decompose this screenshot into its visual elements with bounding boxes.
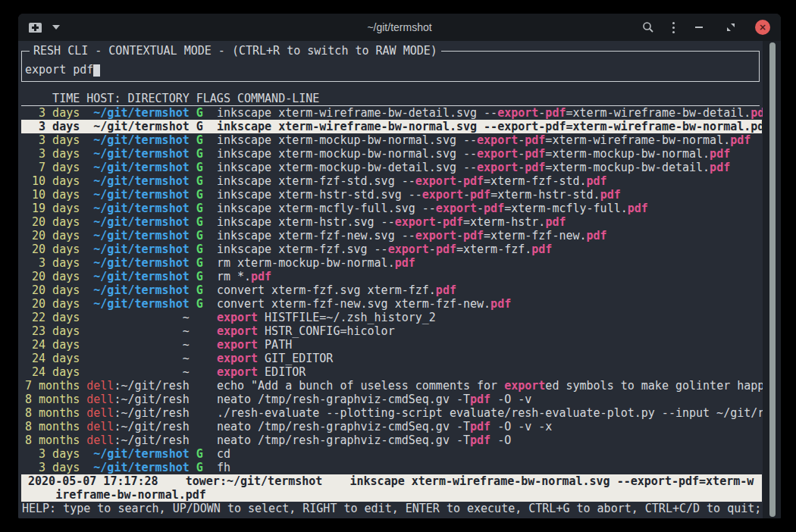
- history-rows: 3 days ~/git/termshot G inkscape xterm-w…: [21, 106, 763, 474]
- row-host: ~/git/termshot: [93, 133, 189, 147]
- row-command: -O: [490, 433, 511, 447]
- resh-search-box[interactable]: RESH CLI - CONTEXTUAL MODE - (CTRL+R to …: [21, 51, 760, 82]
- row-command: -: [456, 174, 463, 188]
- history-row[interactable]: 8 months dell:~/git/resh ./resh-evaluate…: [21, 406, 762, 420]
- help-line: HELP: type to search, UP/DOWN to select,…: [21, 502, 763, 515]
- scrollbar-thumb[interactable]: [769, 42, 776, 517]
- row-flags: [196, 352, 203, 365]
- new-tab-icon[interactable]: [29, 23, 42, 33]
- history-row[interactable]: 3 days ~/git/termshot G rm xterm-mockup-…: [21, 256, 762, 270]
- row-command-match: pdf: [587, 229, 607, 243]
- status-bar: 2020-05-07 17:17:28 tower:~/git/termshot…: [21, 474, 762, 502]
- scrollbar-track[interactable]: [763, 41, 781, 518]
- row-command-match: pdf: [395, 256, 415, 270]
- row-command: GIT_EDITOR: [258, 352, 333, 365]
- history-row[interactable]: 10 days ~/git/termshot G inkscape xterm-…: [21, 188, 762, 202]
- row-flags: G: [196, 147, 203, 161]
- table-header: TIME HOST: DIRECTORY FLAGS COMMAND-LINE: [21, 92, 760, 106]
- history-row[interactable]: 8 months dell:~/git/resh neato /tmp/resh…: [21, 433, 762, 447]
- history-row[interactable]: 22 days ~ export HISTFILE=~/.zsh_history…: [21, 311, 762, 324]
- history-row[interactable]: 24 days ~ export GIT_EDITOR: [21, 352, 762, 365]
- history-row[interactable]: 3 days ~/git/termshot G fh: [21, 461, 762, 474]
- row-command: -: [477, 202, 484, 215]
- search-input[interactable]: export pdf: [25, 63, 100, 77]
- row-command-match: pdf: [587, 174, 607, 188]
- minimize-icon[interactable]: [691, 20, 707, 35]
- row-time: 7 days: [25, 161, 80, 174]
- row-host: ~/git/termshot: [93, 461, 189, 474]
- row-time: 3 days: [25, 461, 80, 474]
- row-command-match: export: [436, 202, 477, 215]
- row-host: ~/git/termshot: [93, 161, 189, 174]
- history-row[interactable]: 20 days ~/git/termshot G convert xterm-f…: [21, 297, 762, 311]
- history-row-selected[interactable]: 3 days ~/git/termshot G inkscape xterm-w…: [21, 120, 762, 133]
- tab-dropdown-chevron-icon[interactable]: [52, 25, 60, 30]
- history-row[interactable]: 24 days ~ export PATH: [21, 338, 762, 352]
- close-icon[interactable]: ×: [755, 20, 770, 35]
- row-flags: G: [196, 215, 203, 229]
- row-host: dell: [86, 406, 114, 420]
- row-host: ~/git/termshot: [93, 215, 189, 229]
- row-command-match: pdf: [628, 202, 648, 215]
- row-time: 20 days: [25, 297, 80, 311]
- row-time: 24 days: [25, 338, 80, 352]
- row-command: HSTR_CONFIG=hicolor: [258, 324, 395, 338]
- row-command: inkscape xterm-mockup-bw-detail.svg --: [217, 161, 477, 174]
- row-time: 3 days: [25, 447, 80, 461]
- history-row[interactable]: 20 days ~/git/termshot G inkscape xterm-…: [21, 215, 762, 229]
- row-command: -: [429, 243, 436, 256]
- row-flags: [196, 420, 203, 433]
- history-row[interactable]: 3 days ~/git/termshot G inkscape xterm-m…: [21, 147, 762, 161]
- history-row[interactable]: 19 days ~/git/termshot G inkscape xterm-…: [21, 202, 762, 215]
- row-command: -: [518, 147, 525, 161]
- history-row[interactable]: 24 days ~ export EDITOR: [21, 365, 762, 379]
- row-time: 3 days: [25, 106, 80, 120]
- row-command: neato /tmp/resh-graphviz-cmdSeq.gv -T: [217, 433, 470, 447]
- row-command: -: [463, 188, 470, 202]
- row-flags: [196, 393, 203, 406]
- restore-icon[interactable]: [723, 20, 738, 35]
- search-icon[interactable]: [641, 20, 656, 35]
- history-row[interactable]: 20 days ~/git/termshot G inkscape xterm-…: [21, 229, 762, 243]
- history-row[interactable]: 20 days ~/git/termshot G rm *.pdf: [21, 270, 762, 283]
- row-host: ~/git/termshot: [93, 283, 189, 297]
- row-command-match: pdf: [525, 147, 545, 161]
- row-time: 8 months: [25, 406, 80, 420]
- history-row[interactable]: 7 days ~/git/termshot G inkscape xterm-m…: [21, 161, 762, 174]
- history-row[interactable]: 20 days ~/git/termshot G inkscape xterm-…: [21, 243, 762, 256]
- row-command: inkscape xterm-fzf.svg --: [217, 243, 388, 256]
- row-command: inkscape xterm-mcfly-full.svg --: [217, 202, 436, 215]
- history-row[interactable]: 3 days ~/git/termshot G cd: [21, 447, 762, 461]
- row-command: inkscape xterm-fzf-std.svg --: [217, 174, 415, 188]
- row-host: dell: [86, 433, 114, 447]
- row-command-match: pdf: [470, 420, 490, 433]
- row-host: ~/git/termshot: [93, 256, 189, 270]
- row-command-match: pdf: [710, 147, 730, 161]
- history-row[interactable]: 8 months dell:~/git/resh neato /tmp/resh…: [21, 393, 762, 406]
- row-time: 7 months: [25, 379, 80, 393]
- row-time: 24 days: [25, 352, 80, 365]
- row-time: 20 days: [25, 215, 80, 229]
- row-flags: [196, 379, 203, 393]
- row-command-match: export: [497, 106, 538, 120]
- history-row[interactable]: 10 days ~/git/termshot G inkscape xterm-…: [21, 174, 762, 188]
- row-time: 3 days: [25, 120, 80, 133]
- row-command-match: pdf: [443, 215, 463, 229]
- row-flags: G: [196, 133, 203, 147]
- history-row[interactable]: 8 months dell:~/git/resh neato /tmp/resh…: [21, 420, 762, 433]
- history-row[interactable]: 3 days ~/git/termshot G inkscape xterm-m…: [21, 133, 762, 147]
- search-query-text: export pdf: [25, 63, 93, 77]
- row-command: neato /tmp/resh-graphviz-cmdSeq.gv -T: [217, 420, 470, 433]
- history-row[interactable]: 7 months dell:~/git/resh echo "Add a bun…: [21, 379, 762, 393]
- row-command-match: pdf: [710, 161, 730, 174]
- menu-kebab-icon[interactable]: [672, 22, 675, 33]
- row-command: echo "Add a bunch of useless comments fo…: [217, 379, 504, 393]
- row-command: neato /tmp/resh-graphviz-cmdSeq.gv -T: [217, 393, 470, 406]
- history-row[interactable]: 23 days ~ export HSTR_CONFIG=hicolor: [21, 324, 762, 338]
- row-command: PATH: [258, 338, 292, 352]
- row-command: inkscape xterm-hstr-std.svg --: [217, 188, 422, 202]
- row-time: 8 months: [25, 420, 80, 433]
- history-row[interactable]: 20 days ~/git/termshot G convert xterm-f…: [21, 283, 762, 297]
- history-row[interactable]: 3 days ~/git/termshot G inkscape xterm-w…: [21, 106, 762, 120]
- row-time: 3 days: [25, 256, 80, 270]
